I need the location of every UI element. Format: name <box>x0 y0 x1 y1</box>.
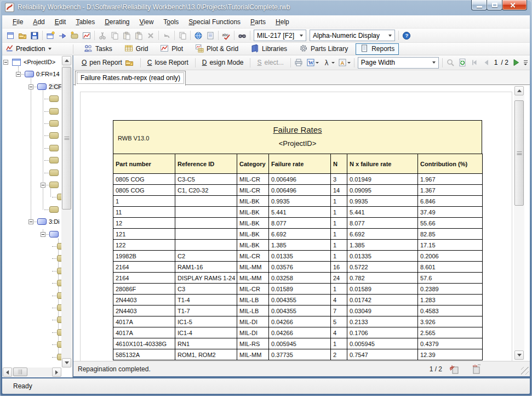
open-report-button[interactable]: Open Report <box>77 58 139 67</box>
tree-node-label[interactable]: 2:CF <box>49 83 61 90</box>
title-bar[interactable]: Reliability Workbench - D:\Software\Reli… <box>0 0 532 15</box>
menu-tables[interactable]: Tables <box>71 16 100 27</box>
menu-derating[interactable]: Derating <box>100 16 134 27</box>
menu-tools[interactable]: Tools <box>158 16 184 27</box>
tree-node-blue-icon[interactable] <box>49 231 59 237</box>
report-vertical-scrollbar[interactable] <box>514 86 524 360</box>
tree-node-label[interactable]: <ProjectID> <box>24 59 55 65</box>
tree-expander-icon[interactable] <box>41 232 45 237</box>
prediction-dropdown[interactable]: Prediction <box>2 44 71 54</box>
tree-node-tan-icon[interactable] <box>57 194 61 200</box>
menu-special-functions[interactable]: Special Functions <box>184 16 245 27</box>
save-project-icon[interactable] <box>28 30 41 41</box>
tree-node-tan-icon[interactable] <box>57 341 61 348</box>
open-project-icon[interactable] <box>16 30 28 41</box>
tree-node-label[interactable]: 3:Di <box>49 218 60 225</box>
display-mode-combo[interactable]: Alpha-Numeric Display <box>310 30 395 41</box>
standard-selector-combo[interactable]: MIL-217 [F2] <box>254 30 306 41</box>
module-grid[interactable]: Grid <box>120 43 153 55</box>
tree-expander-icon[interactable] <box>28 84 33 89</box>
scroll-up-button[interactable] <box>62 56 71 65</box>
tree-item[interactable] <box>57 279 61 288</box>
tree-item[interactable] <box>49 169 61 178</box>
next-page-icon[interactable] <box>510 57 522 69</box>
tree-scroll-thumb[interactable] <box>62 67 71 210</box>
tree-item[interactable]: 0:FR=14 <box>25 70 61 79</box>
scroll-down-button[interactable] <box>62 358 71 367</box>
tree-expander-icon[interactable] <box>28 219 33 224</box>
goto-page-icon[interactable] <box>449 364 460 375</box>
menu-help[interactable]: Help <box>271 16 294 27</box>
export-text-icon[interactable]: A <box>336 58 352 67</box>
tree-item[interactable] <box>49 144 61 153</box>
tree-item[interactable] <box>49 95 61 104</box>
tree-node-tan-icon[interactable] <box>57 354 61 360</box>
project-options-icon[interactable] <box>204 30 216 41</box>
scroll-down-button[interactable] <box>514 350 524 360</box>
tree-node-tan-icon[interactable] <box>49 132 59 139</box>
tree-item[interactable] <box>57 304 61 313</box>
menu-add[interactable]: Add <box>28 16 49 27</box>
resize-grip[interactable] <box>521 367 529 375</box>
report-scroll-thumb[interactable] <box>514 100 524 206</box>
tree-node-blue-icon[interactable] <box>37 83 47 90</box>
web-enable-icon[interactable] <box>192 30 204 41</box>
tree-item[interactable] <box>49 156 61 165</box>
tree-node-tan-icon[interactable] <box>57 292 61 299</box>
tree-item[interactable] <box>57 267 61 276</box>
menu-file[interactable]: File <box>8 16 28 27</box>
plot-chart-icon[interactable] <box>81 30 93 41</box>
tree-node-label[interactable]: 0:FR=14 <box>36 71 60 77</box>
tree-node-tan-icon[interactable] <box>57 255 61 262</box>
module-reports[interactable]: Reports <box>356 43 399 55</box>
design-mode-button[interactable]: Design Mode <box>197 59 249 66</box>
minimize-button[interactable] <box>471 0 487 10</box>
tree-node-tan-icon[interactable] <box>57 268 61 274</box>
tree-node-tan-icon[interactable] <box>49 157 59 163</box>
tree-node-tan-icon[interactable] <box>49 108 59 115</box>
page-setup-icon[interactable] <box>471 364 482 375</box>
tree-node-tan-icon[interactable] <box>49 145 59 151</box>
refresh-icon[interactable] <box>456 57 468 69</box>
module-libraries[interactable]: Libraries <box>246 43 291 55</box>
module-plot-grid[interactable]: Plot & Grid <box>191 43 243 55</box>
maximize-button[interactable] <box>487 0 502 10</box>
goto-item-icon[interactable] <box>56 30 68 41</box>
tree-item[interactable] <box>49 230 61 239</box>
tree-node-blue-icon[interactable] <box>37 218 47 225</box>
field-codes-icon[interactable]: λ <box>321 58 336 67</box>
export-word-icon[interactable]: W <box>305 58 321 67</box>
tree-item[interactable] <box>57 353 61 362</box>
tree-item[interactable] <box>57 193 61 202</box>
tree-node-tan-icon[interactable] <box>57 316 61 323</box>
menu-edit[interactable]: Edit <box>50 16 71 27</box>
zoom-combo[interactable]: Page Width <box>358 57 439 69</box>
scroll-up-button[interactable] <box>514 86 524 95</box>
tree-item[interactable]: 3:Di <box>37 218 61 227</box>
module-tasks[interactable]: Tasks <box>79 43 117 55</box>
tree-item[interactable] <box>49 206 61 214</box>
tree-item[interactable] <box>57 316 61 325</box>
tree-item[interactable]: 2:CF <box>37 83 61 92</box>
tree-item[interactable] <box>57 341 61 349</box>
tree-item[interactable] <box>57 292 61 301</box>
tree-node-blue-icon[interactable] <box>25 71 34 77</box>
tree-horizontal-scrollbar[interactable] <box>3 367 61 377</box>
tree-node-tan-icon[interactable] <box>49 169 59 176</box>
tree-node-window-icon[interactable] <box>12 59 21 66</box>
toolbar-overflow-button[interactable] <box>522 58 529 67</box>
help-icon[interactable]: ? <box>401 30 413 41</box>
tree-expander-icon[interactable] <box>3 60 8 65</box>
tree-hscroll-thumb[interactable] <box>13 367 27 376</box>
tree-node-tan-icon[interactable] <box>49 182 59 188</box>
tree-item[interactable] <box>57 254 61 263</box>
new-window-item-icon[interactable] <box>44 30 56 41</box>
close-button[interactable] <box>502 0 527 10</box>
tree-expander-icon[interactable] <box>41 183 45 188</box>
report-tab[interactable]: Failure Rates.rwb-repx (read only) <box>75 71 186 86</box>
tree-node-tan-icon[interactable] <box>57 329 61 336</box>
tree-item[interactable] <box>49 120 61 128</box>
find-icon[interactable] <box>236 30 248 41</box>
module-parts-library[interactable]: Parts Library <box>295 43 352 55</box>
tree-node-tan-icon[interactable] <box>57 280 61 286</box>
